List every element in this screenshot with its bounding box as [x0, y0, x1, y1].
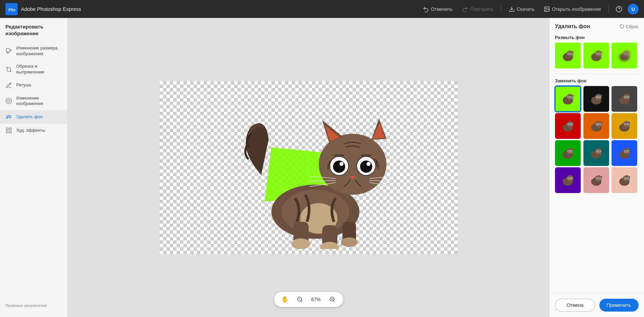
blur-section-title: Размыть фон — [550, 32, 644, 43]
canvas-area: ✋ 67% — [68, 18, 549, 317]
cat-illustration — [210, 86, 407, 249]
svg-line-39 — [301, 300, 302, 301]
undo-button[interactable]: Отменить — [419, 4, 456, 14]
svg-point-73 — [597, 97, 598, 98]
panel-header: Удалить фон Сброс — [550, 18, 644, 32]
app-header: PSx Adobe Photoshop Express Отменить Пов… — [0, 0, 644, 18]
svg-point-115 — [625, 151, 626, 152]
svg-rect-10 — [6, 128, 8, 130]
svg-point-4 — [546, 8, 546, 8]
svg-point-61 — [625, 53, 626, 54]
main-content: Редактировать изображение Изменение разм… — [0, 18, 644, 317]
svg-point-8 — [6, 98, 12, 104]
svg-point-109 — [597, 151, 598, 152]
sidebar-item-remove-bg-label: Удалить фон — [16, 114, 43, 120]
svg-rect-11 — [9, 128, 12, 130]
replace-bg-grid — [550, 86, 644, 198]
cancel-button[interactable]: Отмена — [555, 299, 595, 312]
svg-point-74 — [599, 97, 600, 98]
svg-point-92 — [599, 124, 600, 125]
replace-thumb-pink[interactable] — [583, 167, 609, 193]
zoom-out-button[interactable] — [294, 294, 305, 305]
sidebar-item-retouch-label: Ретушь — [16, 82, 31, 88]
svg-point-56 — [599, 53, 600, 54]
svg-rect-13 — [9, 131, 12, 133]
replace-thumb-brightgreen[interactable] — [555, 140, 581, 166]
svg-point-49 — [568, 53, 569, 54]
panel-title: Удалить фон — [555, 23, 590, 29]
svg-point-133 — [625, 178, 626, 179]
replace-thumb-teal[interactable] — [583, 140, 609, 166]
sidebar-section-title: Редактировать изображение — [0, 23, 67, 42]
reset-button[interactable]: Сброс — [620, 24, 639, 29]
zoom-value: 67% — [309, 297, 323, 302]
zoom-toolbar: ✋ 67% — [274, 292, 343, 307]
canvas-image — [160, 81, 458, 254]
replace-thumb-orange[interactable] — [583, 113, 609, 139]
blur-thumb-0[interactable] — [555, 43, 581, 68]
svg-point-86 — [571, 124, 572, 125]
svg-point-127 — [597, 178, 598, 179]
legal-notices[interactable]: Правовые уведомления — [0, 299, 67, 312]
svg-point-110 — [599, 151, 600, 152]
canvas-container — [160, 81, 458, 254]
svg-point-68 — [571, 97, 572, 98]
sidebar-item-crop-label: Обрезка и выпрямление — [16, 64, 62, 75]
right-panel: Удалить фон Сброс Размыть фон — [549, 18, 644, 317]
apply-button[interactable]: Применить — [599, 299, 639, 312]
redo-button[interactable]: Повторить — [459, 4, 496, 14]
logo-icon: PSx — [5, 3, 18, 15]
panel-footer: Отмена Применить — [550, 293, 644, 317]
blur-thumb-1[interactable] — [583, 43, 609, 68]
sidebar-item-resize-label: Изменение размера изображения — [16, 45, 62, 57]
svg-point-134 — [627, 178, 628, 179]
svg-point-50 — [571, 53, 572, 54]
replace-thumb-yellow[interactable] — [612, 113, 637, 139]
svg-point-29 — [367, 162, 371, 166]
sidebar-item-adjust-label: Изменение изображения — [16, 96, 62, 107]
svg-point-62 — [627, 53, 628, 54]
svg-point-91 — [597, 124, 598, 125]
svg-point-9 — [8, 100, 10, 102]
zoom-in-button[interactable] — [327, 294, 338, 305]
svg-text:PSx: PSx — [8, 8, 16, 12]
svg-point-67 — [568, 97, 569, 98]
open-image-button[interactable]: Открыть изображение — [540, 4, 604, 14]
sidebar-item-art-effects[interactable]: Худ. эффекты — [0, 124, 67, 137]
sidebar-item-retouch[interactable]: Ретушь — [0, 79, 67, 92]
svg-point-116 — [627, 151, 628, 152]
replace-thumb-darkgray[interactable] — [612, 86, 637, 112]
replace-thumb-black[interactable] — [583, 86, 609, 112]
svg-rect-12 — [6, 131, 8, 133]
svg-point-22 — [341, 237, 358, 247]
panel-divider — [555, 74, 639, 74]
sidebar-item-crop[interactable]: Обрезка и выпрямление — [0, 60, 67, 79]
sidebar-item-art-effects-label: Худ. эффекты — [16, 128, 45, 133]
svg-point-80 — [627, 97, 628, 98]
svg-rect-7 — [6, 48, 10, 52]
svg-point-121 — [568, 178, 569, 179]
sidebar-item-remove-bg[interactable]: Удалить фон — [0, 110, 67, 124]
replace-thumb-green[interactable] — [555, 86, 581, 112]
hand-tool-button[interactable]: ✋ — [280, 294, 290, 305]
sidebar-item-adjust[interactable]: Изменение изображения — [0, 92, 67, 110]
blur-thumb-2[interactable] — [612, 43, 637, 68]
replace-thumb-lightpink[interactable] — [612, 167, 637, 193]
app-title: Adobe Photoshop Express — [21, 6, 81, 12]
replace-thumb-purple[interactable] — [555, 167, 581, 193]
app-logo: PSx Adobe Photoshop Express — [5, 3, 81, 15]
svg-point-85 — [568, 124, 569, 125]
svg-point-28 — [360, 161, 372, 173]
replace-thumb-red[interactable] — [555, 113, 581, 139]
replace-thumb-royalblue[interactable] — [612, 140, 637, 166]
download-button[interactable]: Скачать — [505, 4, 538, 14]
sidebar: Редактировать изображение Изменение разм… — [0, 18, 68, 317]
help-button[interactable] — [613, 3, 625, 15]
sidebar-item-resize[interactable]: Изменение размера изображения — [0, 42, 67, 60]
svg-point-97 — [625, 124, 626, 125]
svg-line-42 — [333, 300, 334, 301]
svg-point-55 — [597, 53, 598, 54]
svg-point-26 — [339, 162, 343, 166]
user-avatar[interactable]: U — [628, 4, 639, 15]
svg-point-20 — [291, 238, 310, 249]
